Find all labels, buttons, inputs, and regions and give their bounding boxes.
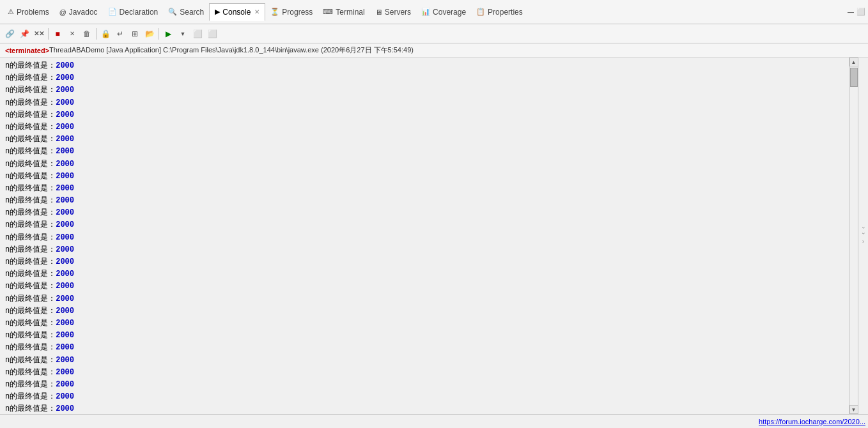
- toolbar: 🔗 📌 ✕✕ ■ ✕ 🗑 🔒 ↵ ⊞ 📂 ▶ ▼ ⬜ ⬜: [0, 24, 868, 43]
- console-line: n的最终值是：2000: [5, 219, 844, 231]
- separator-1: [48, 28, 49, 40]
- javadoc-icon: @: [59, 8, 66, 16]
- tab-javadoc[interactable]: @ Javadoc: [54, 3, 103, 21]
- tab-console-label: Console: [222, 8, 251, 17]
- console-line: n的最终值是：2000: [5, 280, 844, 293]
- console-line: n的最终值是：2000: [5, 171, 844, 183]
- console-line: n的最终值是：2000: [5, 268, 844, 280]
- tab-problems[interactable]: ⚠ Problems: [3, 3, 54, 21]
- separator-3: [159, 28, 159, 40]
- servers-icon: 🖥: [375, 8, 382, 16]
- tab-servers-label: Servers: [385, 8, 411, 17]
- pin-button[interactable]: 📌: [17, 27, 31, 41]
- tab-properties-label: Properties: [488, 8, 523, 17]
- console-line: n的最终值是：2000: [5, 121, 844, 134]
- scrollbar-thumb[interactable]: [850, 68, 858, 87]
- terminal-icon: ⌨: [323, 8, 333, 16]
- collapse-button[interactable]: ›: [860, 227, 867, 229]
- console-line: n的最终值是：2000: [5, 183, 844, 195]
- tab-progress[interactable]: ⏳ Progress: [265, 3, 318, 21]
- main-area: 🔗 📌 ✕✕ ■ ✕ 🗑 🔒 ↵ ⊞ 📂 ▶ ▼ ⬜ ⬜ <terminated…: [0, 24, 868, 428]
- console-line: n的最终值是：2000: [5, 97, 844, 109]
- console-icon: ▶: [215, 8, 220, 16]
- properties-icon: 📋: [476, 8, 485, 16]
- console-line: n的最终值是：2000: [5, 330, 844, 342]
- console-close-icon[interactable]: ✕: [254, 8, 260, 15]
- tab-bar: ⚠ Problems @ Javadoc 📄 Declaration 🔍 Sea…: [0, 0, 868, 24]
- console-line: n的最终值是：2000: [5, 232, 844, 244]
- run-button[interactable]: ▶: [161, 27, 175, 41]
- search-icon: 🔍: [168, 8, 177, 16]
- tab-coverage[interactable]: 📊 Coverage: [416, 3, 471, 21]
- scroll-down-button[interactable]: ▼: [849, 405, 858, 414]
- tab-properties[interactable]: 📋 Properties: [471, 3, 528, 21]
- minimize-button[interactable]: ─: [848, 7, 854, 17]
- tab-declaration-label: Declaration: [120, 8, 159, 17]
- tab-declaration[interactable]: 📄 Declaration: [103, 3, 164, 21]
- tab-problems-label: Problems: [17, 8, 49, 17]
- tab-progress-label: Progress: [282, 8, 313, 17]
- console-line: n的最终值是：2000: [5, 207, 844, 219]
- close-all-button[interactable]: ✕✕: [32, 27, 46, 41]
- console-line: n的最终值是：2000: [5, 195, 844, 207]
- link-button[interactable]: 🔗: [3, 27, 17, 41]
- terminated-label: <terminated>: [5, 47, 49, 54]
- console-body: n的最终值是：2000n的最终值是：2000n的最终值是：2000n的最终值是：…: [0, 57, 868, 414]
- console-line: n的最终值是：2000: [5, 244, 844, 256]
- scroll-up-button[interactable]: ▲: [849, 57, 858, 66]
- console-line: n的最终值是：2000: [5, 379, 844, 391]
- tab-javadoc-label: Javadoc: [69, 8, 98, 17]
- separator-2: [96, 28, 97, 40]
- console-line: n的最终值是：2000: [5, 293, 844, 305]
- problems-icon: ⚠: [8, 8, 14, 16]
- bottom-link[interactable]: https://forum.iocharge.com/2020...: [759, 418, 865, 425]
- console-line: n的最终值是：2000: [5, 158, 844, 171]
- console-line: n的最终值是：2000: [5, 391, 844, 403]
- progress-icon: ⏳: [270, 8, 279, 16]
- new-console-view-btn[interactable]: ⊞: [128, 27, 142, 41]
- status-bar: <terminated> ThreadABADemo [Java Applica…: [0, 43, 868, 57]
- console-line: n的最终值是：2000: [5, 146, 844, 158]
- tab-console[interactable]: ▶ Console ✕: [209, 3, 265, 21]
- console-line: n的最终值是：2000: [5, 256, 844, 268]
- expand-button[interactable]: ›: [860, 233, 867, 234]
- console-line: n的最终值是：2000: [5, 60, 844, 72]
- console-line: n的最终值是：2000: [5, 305, 844, 317]
- app-info: ThreadABADemo [Java Application] C:\Prog…: [49, 45, 414, 55]
- scroll-lock-button[interactable]: 🔒: [98, 27, 112, 41]
- extra-button-1[interactable]: ⬜: [190, 27, 205, 41]
- console-line: n的最终值是：2000: [5, 403, 844, 414]
- word-wrap-button[interactable]: ↵: [113, 27, 127, 41]
- console-line: n的最终值是：2000: [5, 317, 844, 330]
- dropdown-button[interactable]: ▼: [176, 27, 190, 41]
- extra-button-2[interactable]: ⬜: [205, 27, 219, 41]
- tab-terminal[interactable]: ⌨ Terminal: [318, 3, 369, 21]
- remove-launch-button[interactable]: ✕: [65, 27, 79, 41]
- console-line: n的最终值是：2000: [5, 84, 844, 96]
- tab-search-label: Search: [180, 8, 204, 17]
- console-line: n的最终值是：2000: [5, 355, 844, 367]
- console-output[interactable]: n的最终值是：2000n的最终值是：2000n的最终值是：2000n的最终值是：…: [0, 57, 849, 414]
- coverage-icon: 📊: [421, 8, 430, 16]
- open-console-button[interactable]: 📂: [143, 27, 157, 41]
- restore-button[interactable]: ⬜: [856, 8, 865, 16]
- terminate-button[interactable]: ■: [50, 27, 65, 41]
- right-panel: › › ›: [858, 57, 868, 414]
- tab-coverage-label: Coverage: [433, 8, 466, 17]
- console-line: n的最终值是：2000: [5, 134, 844, 146]
- console-line: n的最终值是：2000: [5, 72, 844, 84]
- scrollbar-track[interactable]: ▲ ▼: [849, 57, 858, 414]
- console-line: n的最终值是：2000: [5, 109, 844, 121]
- bottom-bar: https://forum.iocharge.com/2020...: [0, 414, 868, 428]
- tab-search[interactable]: 🔍 Search: [163, 3, 209, 21]
- tab-terminal-label: Terminal: [336, 8, 364, 17]
- clear-button[interactable]: 🗑: [80, 27, 94, 41]
- side-arrow-1[interactable]: ›: [862, 238, 864, 245]
- tab-servers[interactable]: 🖥 Servers: [370, 3, 416, 21]
- console-line: n的最终值是：2000: [5, 342, 844, 354]
- declaration-icon: 📄: [108, 8, 117, 16]
- console-line: n的最终值是：2000: [5, 367, 844, 379]
